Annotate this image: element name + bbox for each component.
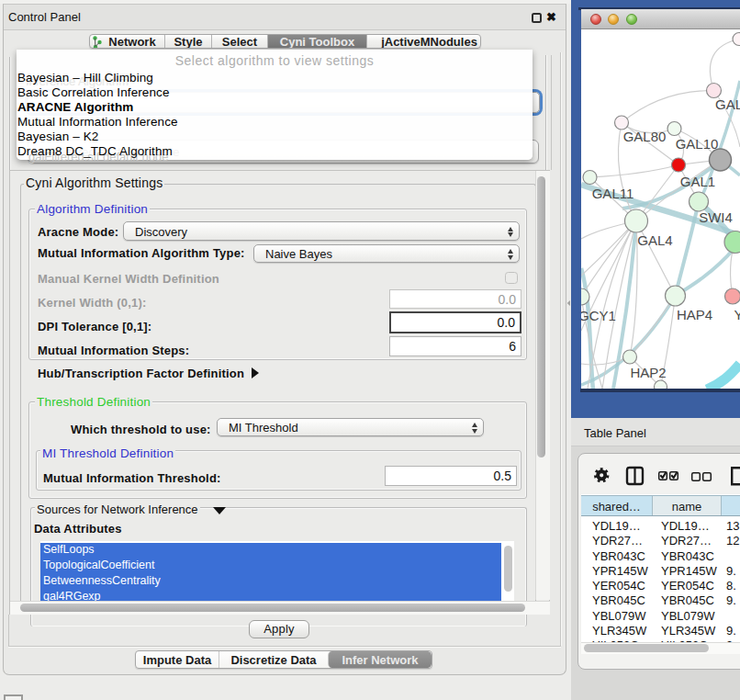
svg-text:GAL10: GAL10 [676,136,719,152]
svg-text:GAL80: GAL80 [623,129,667,144]
svg-text:GCY1: GCY1 [581,308,616,323]
svg-text:GAL1: GAL1 [680,174,715,189]
svg-text:HAP2: HAP2 [630,365,666,380]
svg-text:GAL7: GAL7 [715,96,740,112]
svg-text:SWI4: SWI4 [699,209,733,225]
svg-text:GAL11: GAL11 [592,186,634,201]
svg-text:HAP4: HAP4 [677,307,712,322]
svg-text:GAL4: GAL4 [637,232,672,248]
svg-text:YBR0: YBR0 [734,307,740,322]
